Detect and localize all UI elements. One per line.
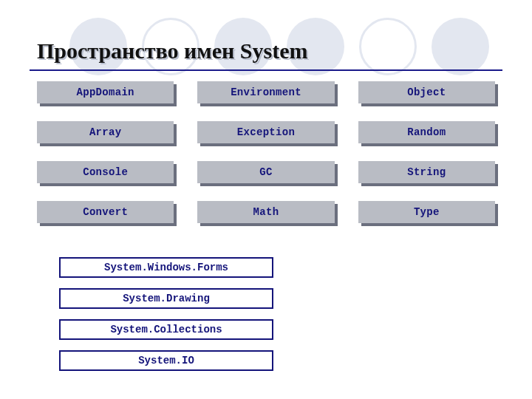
- class-box: Array: [37, 121, 174, 143]
- class-box: Random: [358, 121, 495, 143]
- namespace-box: System.Drawing: [59, 288, 273, 309]
- class-label: Array: [37, 121, 174, 143]
- class-label: Console: [37, 161, 174, 183]
- class-label: Random: [358, 121, 495, 143]
- class-box: Environment: [197, 81, 334, 103]
- title-underline: [30, 69, 502, 71]
- namespace-box: System.Windows.Forms: [59, 257, 273, 278]
- class-label: Environment: [197, 81, 334, 103]
- namespace-box: System.IO: [59, 350, 273, 371]
- class-label: Type: [358, 201, 495, 223]
- class-box: GC: [197, 161, 334, 183]
- class-label: Object: [358, 81, 495, 103]
- class-box: Console: [37, 161, 174, 183]
- class-box: String: [358, 161, 495, 183]
- class-label: Exception: [197, 121, 334, 143]
- class-grid: AppDomain Environment Object Array Excep…: [37, 81, 495, 223]
- class-label: String: [358, 161, 495, 183]
- class-label: Convert: [37, 201, 174, 223]
- slide-title: Пространство имен System: [37, 38, 307, 64]
- class-box: Object: [358, 81, 495, 103]
- class-box: Exception: [197, 121, 334, 143]
- class-label: GC: [197, 161, 334, 183]
- class-box: Convert: [37, 201, 174, 223]
- namespace-list: System.Windows.Forms System.Drawing Syst…: [59, 257, 273, 371]
- class-box: Math: [197, 201, 334, 223]
- class-label: Math: [197, 201, 334, 223]
- class-box: Type: [358, 201, 495, 223]
- class-label: AppDomain: [37, 81, 174, 103]
- class-box: AppDomain: [37, 81, 174, 103]
- namespace-box: System.Collections: [59, 319, 273, 340]
